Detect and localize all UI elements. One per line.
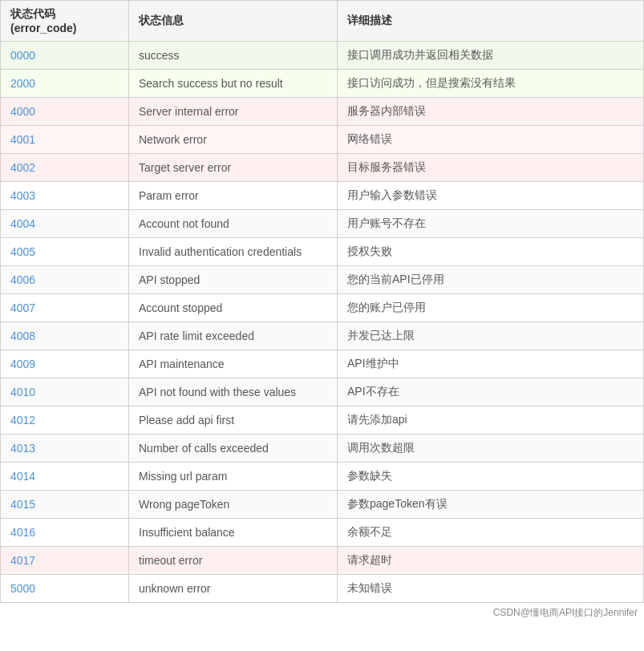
table-row: 4015Wrong pageToken参数pageToken有误 (1, 491, 644, 519)
cell-code: 4015 (1, 491, 129, 519)
table-row: 0000success接口调用成功并返回相关数据 (1, 42, 644, 70)
cell-desc: 服务器内部错误 (338, 98, 644, 126)
cell-desc: 接口调用成功并返回相关数据 (338, 42, 644, 70)
table-row: 5000unknown error未知错误 (1, 575, 644, 603)
cell-status: API maintenance (129, 350, 338, 378)
table-row: 4017timeout error请求超时 (1, 547, 644, 575)
cell-code: 4008 (1, 322, 129, 350)
cell-desc: 目标服务器错误 (338, 154, 644, 182)
table-row: 4006API stopped您的当前API已停用 (1, 266, 644, 294)
table-row: 4002Target server error目标服务器错误 (1, 154, 644, 182)
cell-code: 4012 (1, 406, 129, 435)
table-row: 4003Param error用户输入参数错误 (1, 182, 644, 210)
table-header-row: 状态代码(error_code) 状态信息 详细描述 (1, 1, 644, 42)
cell-status: API rate limit exceeded (129, 322, 338, 350)
cell-code: 4000 (1, 98, 129, 126)
table-row: 4016Insufficient balance余额不足 (1, 519, 644, 547)
cell-code: 4009 (1, 350, 129, 378)
cell-status: Account stopped (129, 294, 338, 322)
cell-desc: API不存在 (338, 378, 644, 406)
cell-desc: 接口访问成功，但是搜索没有结果 (338, 70, 644, 98)
cell-status: Invalid authentication credentials (129, 238, 338, 266)
cell-code: 4014 (1, 463, 129, 491)
cell-code: 0000 (1, 42, 129, 70)
table-row: 4007Account stopped您的账户已停用 (1, 294, 644, 322)
cell-status: Wrong pageToken (129, 491, 338, 519)
cell-desc: 您的账户已停用 (338, 294, 644, 322)
table-row: 2000Search success but no result接口访问成功，但… (1, 70, 644, 98)
cell-code: 4006 (1, 266, 129, 294)
cell-desc: API维护中 (338, 350, 644, 378)
cell-desc: 请先添加api (338, 406, 644, 435)
cell-code: 4004 (1, 210, 129, 238)
cell-status: timeout error (129, 547, 338, 575)
cell-code: 5000 (1, 575, 129, 603)
col-header-desc: 详细描述 (338, 1, 644, 42)
cell-desc: 用户输入参数错误 (338, 182, 644, 210)
cell-status: unknown error (129, 575, 338, 603)
table-row: 4008API rate limit exceeded并发已达上限 (1, 322, 644, 350)
cell-status: Target server error (129, 154, 338, 182)
col-header-code: 状态代码(error_code) (1, 1, 129, 42)
cell-code: 4007 (1, 294, 129, 322)
cell-desc: 网络错误 (338, 126, 644, 154)
cell-code: 4017 (1, 547, 129, 575)
cell-status: Server internal error (129, 98, 338, 126)
cell-status: Number of calls exceeded (129, 435, 338, 463)
table-row: 4004Account not found用户账号不存在 (1, 210, 644, 238)
cell-desc: 未知错误 (338, 575, 644, 603)
cell-status: Search success but no result (129, 70, 338, 98)
col-header-status: 状态信息 (129, 1, 338, 42)
cell-desc: 您的当前API已停用 (338, 266, 644, 294)
table-row: 4013Number of calls exceeded调用次数超限 (1, 435, 644, 463)
cell-code: 4016 (1, 519, 129, 547)
cell-status: API stopped (129, 266, 338, 294)
cell-status: API not found with these values (129, 378, 338, 406)
cell-desc: 余额不足 (338, 519, 644, 547)
cell-status: Network error (129, 126, 338, 154)
cell-desc: 参数pageToken有误 (338, 491, 644, 519)
cell-code: 4001 (1, 126, 129, 154)
table-row: 4014Missing url param参数缺失 (1, 463, 644, 491)
table-row: 4000Server internal error服务器内部错误 (1, 98, 644, 126)
cell-desc: 并发已达上限 (338, 322, 644, 350)
cell-desc: 调用次数超限 (338, 435, 644, 463)
cell-desc: 参数缺失 (338, 463, 644, 491)
cell-code: 4002 (1, 154, 129, 182)
cell-desc: 请求超时 (338, 547, 644, 575)
cell-code: 4003 (1, 182, 129, 210)
cell-status: Missing url param (129, 463, 338, 491)
table-row: 4009API maintenanceAPI维护中 (1, 350, 644, 378)
cell-status: Account not found (129, 210, 338, 238)
cell-code: 4005 (1, 238, 129, 266)
cell-code: 4010 (1, 378, 129, 406)
cell-status: Param error (129, 182, 338, 210)
cell-code: 2000 (1, 70, 129, 98)
table-row: 4010API not found with these valuesAPI不存… (1, 378, 644, 406)
cell-desc: 用户账号不存在 (338, 210, 644, 238)
table-row: 4001Network error网络错误 (1, 126, 644, 154)
cell-status: success (129, 42, 338, 70)
cell-status: Please add api first (129, 406, 338, 435)
cell-desc: 授权失败 (338, 238, 644, 266)
error-code-table: 状态代码(error_code) 状态信息 详细描述 0000success接口… (0, 0, 644, 603)
watermark: CSDN@懂电商API接口的Jennifer (0, 603, 644, 623)
cell-code: 4013 (1, 435, 129, 463)
cell-status: Insufficient balance (129, 519, 338, 547)
table-row: 4005Invalid authentication credentials授权… (1, 238, 644, 266)
table-row: 4012Please add api first请先添加api (1, 406, 644, 435)
